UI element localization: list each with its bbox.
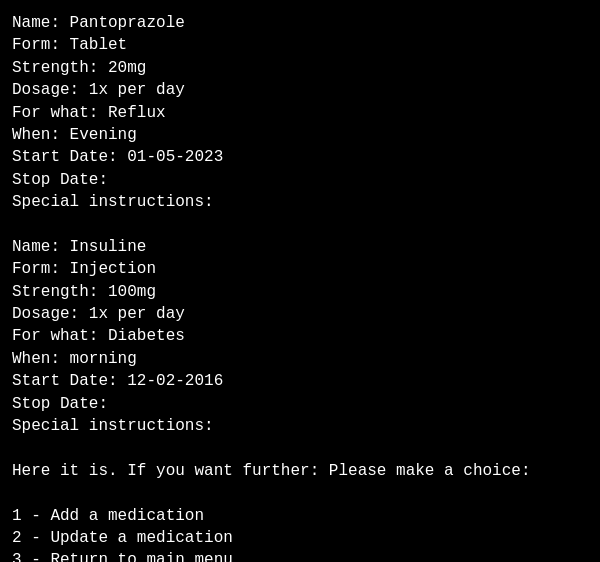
- terminal-line: 3 - Return to main menu: [12, 549, 588, 562]
- terminal-line: Start Date: 12-02-2016: [12, 370, 588, 392]
- terminal-line: Special instructions:: [12, 191, 588, 213]
- terminal-line: Special instructions:: [12, 415, 588, 437]
- blank-line: [12, 214, 588, 236]
- terminal-line: Start Date: 01-05-2023: [12, 146, 588, 168]
- terminal-line: Here it is. If you want further: Please …: [12, 460, 588, 482]
- terminal-line: For what: Reflux: [12, 102, 588, 124]
- terminal-line: Strength: 100mg: [12, 281, 588, 303]
- terminal-line: Stop Date:: [12, 393, 588, 415]
- terminal-line: Stop Date:: [12, 169, 588, 191]
- terminal-line: Name: Pantoprazole: [12, 12, 588, 34]
- terminal-line: 2 - Update a medication: [12, 527, 588, 549]
- blank-line: [12, 482, 588, 504]
- terminal-line: Strength: 20mg: [12, 57, 588, 79]
- terminal-line: When: morning: [12, 348, 588, 370]
- terminal-line: For what: Diabetes: [12, 325, 588, 347]
- terminal-line: Form: Tablet: [12, 34, 588, 56]
- terminal-line: Dosage: 1x per day: [12, 303, 588, 325]
- terminal-line: 1 - Add a medication: [12, 505, 588, 527]
- terminal-line: Dosage: 1x per day: [12, 79, 588, 101]
- terminal-window: Name: PantoprazoleForm: TabletStrength: …: [8, 8, 592, 554]
- blank-line: [12, 437, 588, 459]
- terminal-line: Name: Insuline: [12, 236, 588, 258]
- terminal-line: When: Evening: [12, 124, 588, 146]
- terminal-line: Form: Injection: [12, 258, 588, 280]
